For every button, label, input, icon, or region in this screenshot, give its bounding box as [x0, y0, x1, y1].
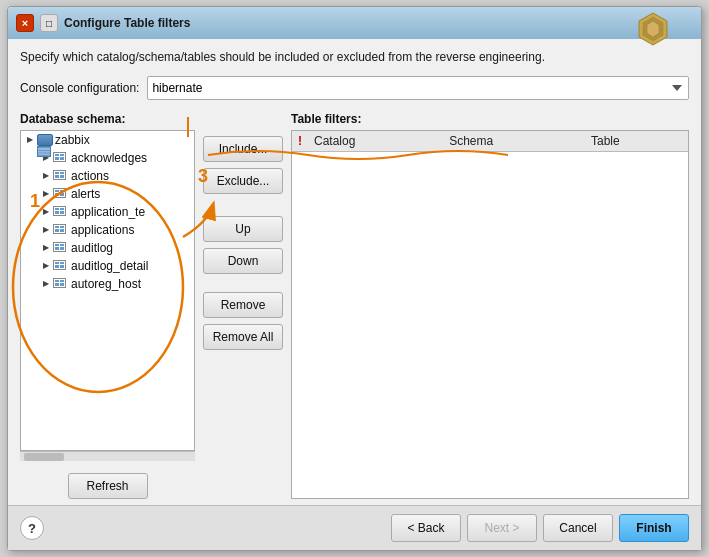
filters-table: ! Catalog Schema Table	[292, 131, 688, 152]
db-schema-label: Database schema:	[20, 112, 195, 126]
table-icon-acknowledges	[53, 152, 69, 164]
finish-button[interactable]: Finish	[619, 514, 689, 542]
help-button[interactable]: ?	[20, 516, 44, 540]
remove-button[interactable]: Remove	[203, 292, 283, 318]
scrollbar-thumb-h	[24, 453, 64, 461]
tree-text-auditlog: auditlog	[71, 241, 113, 255]
tree-arrow-auditlog-detail: ▶	[41, 261, 51, 271]
table-icon-alerts	[53, 188, 69, 200]
app-icon	[635, 11, 671, 47]
svg-rect-5	[38, 151, 50, 153]
tree-arrow-application-te: ▶	[41, 207, 51, 217]
close-button[interactable]: ×	[16, 14, 34, 32]
table-icon-auditlog-detail	[53, 260, 69, 272]
tree-arrow-zabbix: ▶	[25, 135, 35, 145]
console-config-select[interactable]: hibernate	[147, 76, 689, 100]
svg-rect-6	[38, 153, 50, 155]
tree-text-autoreg-host: autoreg_host	[71, 277, 141, 291]
table-icon-auditlog	[53, 242, 69, 254]
next-button[interactable]: Next >	[467, 514, 537, 542]
main-section: Database schema: ▶ za	[20, 112, 689, 499]
content-area: Specify which catalog/schema/tables shou…	[8, 39, 701, 505]
col-header-bang: !	[292, 131, 308, 152]
back-button[interactable]: < Back	[391, 514, 461, 542]
col-header-catalog: Catalog	[308, 131, 443, 152]
col-header-table: Table	[585, 131, 688, 152]
tree-item-actions[interactable]: ▶ actions	[21, 167, 194, 185]
table-filters-label: Table filters:	[291, 112, 689, 126]
exclude-button[interactable]: Exclude...	[203, 168, 283, 194]
tree-item-applications[interactable]: ▶ applications	[21, 221, 194, 239]
tree-text-zabbix: zabbix	[55, 133, 90, 147]
remove-all-button[interactable]: Remove All	[203, 324, 283, 350]
title-bar: × □ Configure Table filters	[8, 7, 701, 39]
minimize-button[interactable]: □	[40, 14, 58, 32]
tree-text-acknowledges: acknowledges	[71, 151, 147, 165]
svg-rect-4	[38, 148, 50, 150]
tree-text-applications: applications	[71, 223, 134, 237]
table-icon-autoreg-host	[53, 278, 69, 290]
dialog: × □ Configure Table filters Specify whic…	[7, 6, 702, 551]
tree-item-auditlog[interactable]: ▶ auditlog	[21, 239, 194, 257]
left-panel: Database schema: ▶ za	[20, 112, 195, 499]
console-config-label: Console configuration:	[20, 81, 139, 95]
cancel-button[interactable]: Cancel	[543, 514, 613, 542]
col-header-schema: Schema	[443, 131, 585, 152]
footer-left: ?	[20, 516, 44, 540]
schema-tree[interactable]: ▶ zabbix	[20, 130, 195, 451]
include-button[interactable]: Include...	[203, 136, 283, 162]
tree-text-application-te: application_te	[71, 205, 145, 219]
footer: ? < Back Next > Cancel Finish	[8, 505, 701, 550]
tree-arrow-auditlog: ▶	[41, 243, 51, 253]
tree-text-alerts: alerts	[71, 187, 100, 201]
console-config-row: Console configuration: hibernate	[20, 76, 689, 100]
tree-arrow-actions: ▶	[41, 171, 51, 181]
table-icon-actions	[53, 170, 69, 182]
up-button[interactable]: Up	[203, 216, 283, 242]
tree-text-auditlog-detail: auditlog_detail	[71, 259, 148, 273]
filters-table-container[interactable]: ! Catalog Schema Table	[291, 130, 689, 499]
db-icon-zabbix	[37, 134, 53, 146]
description-text: Specify which catalog/schema/tables shou…	[20, 49, 689, 66]
title-bar-left: × □ Configure Table filters	[16, 14, 190, 32]
tree-item-application-te[interactable]: ▶ application_te	[21, 203, 194, 221]
tree-item-auditlog-detail[interactable]: ▶ auditlog_detail	[21, 257, 194, 275]
dialog-title: Configure Table filters	[64, 16, 190, 30]
down-button[interactable]: Down	[203, 248, 283, 274]
refresh-button[interactable]: Refresh	[68, 473, 148, 499]
tree-text-actions: actions	[71, 169, 109, 183]
tree-arrow-applications: ▶	[41, 225, 51, 235]
horizontal-scrollbar[interactable]	[20, 451, 195, 461]
right-panel: Table filters: ! Catalog Schema Table	[291, 112, 689, 499]
middle-panel: Include... Exclude... Up Down Remove Rem…	[195, 112, 291, 499]
table-icon-application-te	[53, 206, 69, 218]
tree-arrow-autoreg-host: ▶	[41, 279, 51, 289]
tree-item-alerts[interactable]: ▶ alerts	[21, 185, 194, 203]
footer-buttons: < Back Next > Cancel Finish	[391, 514, 689, 542]
tree-arrow-alerts: ▶	[41, 189, 51, 199]
tree-item-autoreg-host[interactable]: ▶ autoreg_host	[21, 275, 194, 293]
tree-item-zabbix[interactable]: ▶ zabbix	[21, 131, 194, 149]
table-icon-applications	[53, 224, 69, 236]
